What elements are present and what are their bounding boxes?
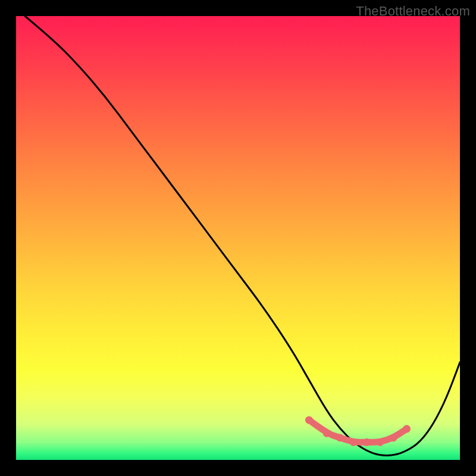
highlight-marker-dot [350, 439, 358, 446]
plot-area [16, 16, 460, 460]
chart-svg [16, 16, 460, 460]
highlight-marker-dot [376, 439, 384, 446]
highlight-marker-dot [336, 434, 344, 441]
highlight-marker-dot [403, 425, 411, 433]
highlight-marker-dot [305, 416, 313, 424]
highlight-marker-dot [363, 439, 371, 446]
chart-canvas: TheBottleneck.com [0, 0, 476, 476]
highlight-marker-dot [390, 434, 397, 441]
bottleneck-curve [25, 16, 460, 456]
watermark-text: TheBottleneck.com [356, 4, 470, 19]
highlight-marker-dot [323, 430, 331, 437]
